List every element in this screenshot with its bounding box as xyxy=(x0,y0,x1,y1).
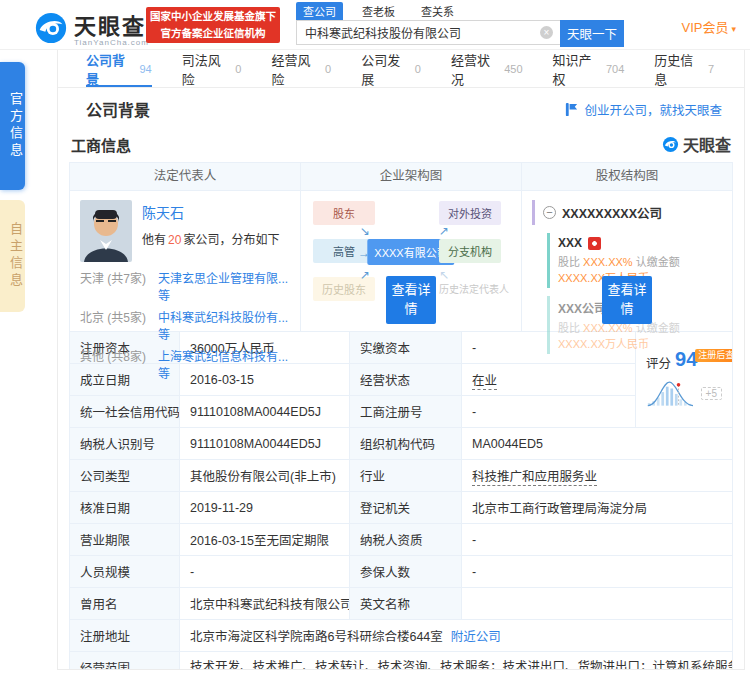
company-count[interactable]: 20 xyxy=(168,233,181,247)
score-label: 评分 xyxy=(646,353,671,372)
tianyancha-watermark: 天眼查 xyxy=(662,132,731,156)
tab-search-relation[interactable]: 查关系 xyxy=(414,2,461,20)
side-tab-self-info[interactable]: 自主信息 xyxy=(0,200,25,312)
field-value: 91110108MA0044ED5J xyxy=(180,396,350,428)
tab-count: 94 xyxy=(139,63,151,75)
list-item: 其他 (共8家) 上海寒武纪信息科技有...等 xyxy=(80,347,290,381)
search-input[interactable] xyxy=(296,20,560,45)
field-label: 统一社会信用代码 xyxy=(70,396,180,428)
shareholder-name: XXX xyxy=(558,236,582,250)
nav-tab-operation-status[interactable]: 经营状况450 xyxy=(451,50,523,87)
tab-search-company[interactable]: 查公司 xyxy=(296,2,343,20)
search-tabs: 查公司 查老板 查关系 xyxy=(296,2,624,19)
table-row: 注册地址 北京市海淀区科学院南路6号科研综合楼644室附近公司 xyxy=(70,620,733,652)
outbound-investment-box[interactable]: 对外投资 xyxy=(439,201,501,225)
company-structure-panels: 法定代表人 企业架构图 股权结构图 xyxy=(69,162,733,331)
region-label: 北京 (共5家) xyxy=(80,308,158,342)
vip-member-link[interactable]: VIP会员 xyxy=(682,17,737,36)
logo-text: 天眼查 xyxy=(74,8,149,40)
field-value: 2016-03-15至无固定期限 xyxy=(180,524,350,556)
org-chart-detail-button[interactable]: 查看详情 xyxy=(386,276,436,324)
field-label: 公司类型 xyxy=(70,460,180,492)
table-row: 核准日期 2019-11-29 登记机关 北京市工商行政管理局海淀分局 xyxy=(70,492,733,524)
branches-box[interactable]: 分支机构 xyxy=(439,239,501,263)
shareholder-name: XXX公司 xyxy=(558,299,606,316)
side-tab-official-info[interactable]: 官方信息 xyxy=(0,62,25,190)
business-info-table: 注册资本 36000万人民币 实缴资本 - 评分 94 注册后查看 xyxy=(69,331,733,670)
equity-root-name: XXXXXXXXX公司 xyxy=(562,203,662,222)
legal-rep-company-list: 天津 (共7家) 天津玄思企业管理有限...等 北京 (共5家) 中科寒武纪科技… xyxy=(80,269,290,381)
nav-tab-intellectual-property[interactable]: 知识产权704 xyxy=(553,50,625,87)
nav-tab-history-info[interactable]: 历史信息7 xyxy=(654,50,714,87)
official-certification-badge: 国家中小企业发展基金旗下 官方备案企业征信机构 xyxy=(146,7,280,43)
badge-line1: 国家中小企业发展基金旗下 xyxy=(146,8,280,25)
legal-rep-name-link[interactable]: 陈天石 xyxy=(142,202,279,222)
search-area: 查公司 查老板 查关系 天眼一下 xyxy=(296,2,624,47)
equity-chart-detail-button[interactable]: 查看详情 xyxy=(602,276,652,324)
company-link[interactable]: 天津玄思企业管理有限...等 xyxy=(158,269,290,303)
score-distribution-chart xyxy=(646,376,697,410)
actual-controller-badge-icon xyxy=(588,237,601,250)
legal-rep-desc: 他有20家公司，分布如下 xyxy=(142,230,279,247)
vip-label: VIP会员 xyxy=(682,20,729,35)
region-label: 其他 (共8家) xyxy=(80,347,158,381)
company-link[interactable]: 上海寒武纪信息科技有...等 xyxy=(158,347,290,381)
tianyancha-logo-icon xyxy=(34,11,68,45)
nav-tab-company-background[interactable]: 公司背景94 xyxy=(86,50,152,87)
table-row: 经营范围 技术开发、技术推广、技术转让、技术咨询、技术服务；技术进出口、货物进出… xyxy=(70,652,733,671)
search-clear-icon[interactable] xyxy=(540,26,553,39)
field-value: - xyxy=(462,556,733,588)
field-value: 北京市工商行政管理局海淀分局 xyxy=(462,492,733,524)
nearby-companies-link[interactable]: 附近公司 xyxy=(451,630,501,644)
list-item: 天津 (共7家) 天津玄思企业管理有限...等 xyxy=(80,269,290,303)
badge-line2: 官方备案企业征信机构 xyxy=(146,25,280,42)
status-badge[interactable]: 在业 xyxy=(472,374,497,390)
tab-count: 0 xyxy=(415,63,421,75)
field-value: - xyxy=(180,556,350,588)
field-value xyxy=(462,588,733,620)
region-label: 天津 (共7家) xyxy=(80,269,158,303)
tab-count: 7 xyxy=(708,63,714,75)
table-row: 营业期限 2016-03-15至无固定期限 纳税人资质 - xyxy=(70,524,733,556)
field-value: 科技推广和应用服务业 xyxy=(462,460,733,492)
nav-tab-company-development[interactable]: 公司发展0 xyxy=(361,50,421,87)
field-label: 注册地址 xyxy=(70,620,180,652)
business-scope-value: 技术开发、技术推广、技术转让、技术咨询、技术服务；技术进出口、货物进出口；计算机… xyxy=(180,652,733,671)
field-label: 纳税人识别号 xyxy=(70,428,180,460)
equity-root-node[interactable]: XXXXXXXXX公司 xyxy=(532,200,722,225)
field-label: 登记机关 xyxy=(350,492,462,524)
tab-count: 0 xyxy=(325,63,331,75)
tab-count: 450 xyxy=(504,63,522,75)
historical-legal-rep-box[interactable]: 历史法定代表人 xyxy=(439,277,509,300)
score-compare-note[interactable]: +5 xyxy=(701,387,722,400)
company-link[interactable]: 中科寒武纪科技股份有...等 xyxy=(158,308,290,342)
tab-search-boss[interactable]: 查老板 xyxy=(355,2,402,20)
panel-header-equity-chart: 股权结构图 xyxy=(522,163,732,190)
field-label: 参保人数 xyxy=(350,556,462,588)
list-item: 北京 (共5家) 中科寒武纪科技股份有...等 xyxy=(80,308,290,342)
field-value: 北京中科寒武纪科技有限公司 xyxy=(180,588,350,620)
arrow-icon: ↗ xyxy=(360,268,370,282)
nav-tab-operation-risk[interactable]: 经营风险0 xyxy=(271,50,331,87)
field-value: - xyxy=(462,524,733,556)
tianyancha-watermark-icon xyxy=(662,136,679,153)
top-header: 天眼查 TianYanCha.com 国家中小企业发展基金旗下 官方备案企业征信… xyxy=(0,0,750,50)
legal-rep-avatar[interactable] xyxy=(80,200,132,262)
watermark-text: 天眼查 xyxy=(683,132,731,156)
industry-value[interactable]: 科技推广和应用服务业 xyxy=(472,470,597,486)
field-value: 北京市海淀区科学院南路6号科研综合楼644室附近公司 xyxy=(180,620,733,652)
search-button[interactable]: 天眼一下 xyxy=(560,20,624,47)
logo[interactable]: 天眼查 TianYanCha.com xyxy=(34,8,149,47)
collapse-icon[interactable] xyxy=(543,206,556,219)
arrow-icon: ↘ xyxy=(360,224,370,238)
shareholders-box[interactable]: 股东 xyxy=(313,201,375,225)
field-value: 91110108MA0044ED5J xyxy=(180,428,350,460)
field-value: 在业 xyxy=(462,364,636,396)
startup-icon xyxy=(564,102,579,117)
field-label: 组织机构代码 xyxy=(350,428,462,460)
logo-subtext: TianYanCha.com xyxy=(74,38,149,47)
startup-promo-link[interactable]: 创业开公司，就找天眼查 xyxy=(564,100,722,119)
registered-address: 北京市海淀区科学院南路6号科研综合楼644室 xyxy=(190,630,443,644)
nav-tab-judicial-risk[interactable]: 司法风险0 xyxy=(182,50,242,87)
field-label: 曾用名 xyxy=(70,588,180,620)
